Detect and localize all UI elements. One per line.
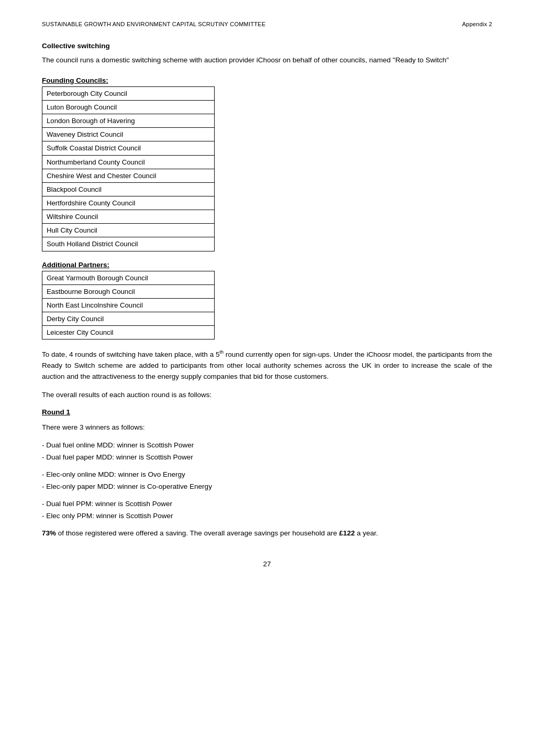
results-intro: The overall results of each auction roun… xyxy=(42,390,492,401)
round1-title: Round 1 xyxy=(42,408,492,416)
summary-text1: of those registered were offered a savin… xyxy=(56,529,339,537)
table-row: Derby City Council xyxy=(42,312,215,326)
founding-councils-label: Founding Councils: xyxy=(42,76,492,84)
table-row: Cheshire West and Chester Council xyxy=(42,169,215,182)
partner-name: Derby City Council xyxy=(42,312,215,326)
intro-paragraph: The council runs a domestic switching sc… xyxy=(42,55,492,66)
round1-summary: 73% of those registered were offered a s… xyxy=(42,528,492,539)
table-row: North East Lincolnshire Council xyxy=(42,298,215,312)
partner-name: Great Yarmouth Borough Council xyxy=(42,271,215,284)
additional-partners-label: Additional Partners: xyxy=(42,261,492,269)
council-name: Waveney District Council xyxy=(42,128,215,141)
round1-bullets-group3: - Dual fuel PPM: winner is Scottish Powe… xyxy=(42,499,492,522)
table-row: Hull City Council xyxy=(42,224,215,237)
page: SUSTAINABLE GROWTH AND ENVIRONMENT CAPIT… xyxy=(0,0,534,756)
founding-councils-section: Founding Councils: Peterborough City Cou… xyxy=(42,76,492,251)
council-name: South Holland District Council xyxy=(42,237,215,251)
council-name: Luton Borough Council xyxy=(42,101,215,114)
table-row: Leicester City Council xyxy=(42,326,215,339)
bullet-item: - Dual fuel paper MDD: winner is Scottis… xyxy=(42,452,492,463)
council-name: Hertfordshire County Council xyxy=(42,196,215,210)
summary-text2: a year. xyxy=(355,529,378,537)
table-row: Northumberland County Council xyxy=(42,155,215,169)
council-name: Cheshire West and Chester Council xyxy=(42,169,215,182)
table-row: Luton Borough Council xyxy=(42,101,215,114)
partner-name: Eastbourne Borough Council xyxy=(42,284,215,298)
council-name: Northumberland County Council xyxy=(42,155,215,169)
council-name: Hull City Council xyxy=(42,224,215,237)
table-row: Hertfordshire County Council xyxy=(42,196,215,210)
table-row: Waveney District Council xyxy=(42,128,215,141)
founding-councils-table: Peterborough City CouncilLuton Borough C… xyxy=(42,86,215,251)
section-title: Collective switching xyxy=(42,42,492,50)
partner-name: North East Lincolnshire Council xyxy=(42,298,215,312)
table-row: Great Yarmouth Borough Council xyxy=(42,271,215,284)
page-number: 27 xyxy=(42,560,492,568)
council-name: London Borough of Havering xyxy=(42,114,215,128)
table-row: Wiltshire Council xyxy=(42,210,215,224)
council-name: Wiltshire Council xyxy=(42,210,215,224)
body-paragraph: To date, 4 rounds of switching have take… xyxy=(42,349,492,382)
table-row: London Borough of Havering xyxy=(42,114,215,128)
additional-partners-table: Great Yarmouth Borough CouncilEastbourne… xyxy=(42,271,215,340)
summary-bold1: 73% xyxy=(42,529,56,537)
round1-bullets-group1: - Dual fuel online MDD: winner is Scotti… xyxy=(42,440,492,463)
bullet-item: - Elec-only online MDD: winner is Ovo En… xyxy=(42,469,492,480)
header: SUSTAINABLE GROWTH AND ENVIRONMENT CAPIT… xyxy=(42,21,492,27)
header-right: Appendix 2 xyxy=(462,21,492,27)
bullet-item: - Elec only PPM: winner is Scottish Powe… xyxy=(42,511,492,522)
bullet-item: - Elec-only paper MDD: winner is Co-oper… xyxy=(42,481,492,492)
bullet-item: - Dual fuel online MDD: winner is Scotti… xyxy=(42,440,492,451)
body-text-part1: To date, 4 rounds of switching have take… xyxy=(42,350,220,358)
table-row: Suffolk Coastal District Council xyxy=(42,141,215,155)
superscript-th: th xyxy=(220,349,224,355)
additional-partners-section: Additional Partners: Great Yarmouth Boro… xyxy=(42,261,492,340)
table-row: South Holland District Council xyxy=(42,237,215,251)
council-name: Peterborough City Council xyxy=(42,86,215,100)
header-left: SUSTAINABLE GROWTH AND ENVIRONMENT CAPIT… xyxy=(42,21,265,27)
round1-subtitle: There were 3 winners as follows: xyxy=(42,422,492,433)
summary-bold2: £122 xyxy=(339,529,355,537)
table-row: Blackpool Council xyxy=(42,182,215,196)
round1-bullets-group2: - Elec-only online MDD: winner is Ovo En… xyxy=(42,469,492,492)
table-row: Eastbourne Borough Council xyxy=(42,284,215,298)
bullet-item: - Dual fuel PPM: winner is Scottish Powe… xyxy=(42,499,492,510)
table-row: Peterborough City Council xyxy=(42,86,215,100)
partner-name: Leicester City Council xyxy=(42,326,215,339)
council-name: Blackpool Council xyxy=(42,182,215,196)
council-name: Suffolk Coastal District Council xyxy=(42,141,215,155)
